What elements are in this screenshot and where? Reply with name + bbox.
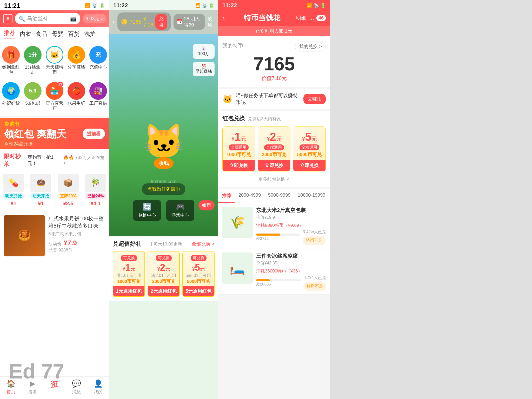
product-thumb-4[interactable]: 🎋 已抢24% ¥4.1 xyxy=(82,171,109,209)
59-icon: 5.9 xyxy=(24,82,42,100)
tab-2000[interactable]: 2000-4999 xyxy=(235,189,264,203)
factory-icon: 🏭 xyxy=(94,87,103,95)
signal-icon-3: 📶 xyxy=(307,3,312,8)
earn-cat-icon: 🐱 xyxy=(222,94,233,104)
icon-checkin[interactable]: 🎁 签到拿红包 xyxy=(0,44,22,77)
voucher-1[interactable]: 可兑换 ¥1元 满1.01元可用 1000币可兑 1元通用红包 xyxy=(113,251,145,297)
promo-btn[interactable]: 提前看 xyxy=(83,129,105,139)
nav-tab-recommend[interactable]: 推荐 xyxy=(4,29,15,38)
nav-more-icon[interactable]: ≡ xyxy=(102,31,105,37)
bottom-nav-profile[interactable]: 👤 我的 xyxy=(87,379,109,395)
voucher-2-name: 2元通用红包 xyxy=(148,286,179,296)
nav-tab-dept[interactable]: 百货 xyxy=(68,30,79,38)
nav-tab-underwear[interactable]: 内衣 xyxy=(20,30,31,38)
tab-10000[interactable]: 10000-19999 xyxy=(294,189,329,203)
product-list-img-1: 🌾 xyxy=(222,207,253,238)
time-3: 11:22 xyxy=(222,2,237,9)
p3-v3-btn[interactable]: 立即兑换 xyxy=(293,160,325,171)
status-bar-2: 11:22 📶 📡 🔋 xyxy=(109,0,218,10)
p3-v1-amount: ¥1元 xyxy=(225,130,253,143)
voucher-1-condition: 满1.01元可用 xyxy=(115,273,142,278)
product-list-cost-2: 消耗36000特币（¥36） xyxy=(256,268,326,274)
icon-official[interactable]: 🏪 13 官方直营店 xyxy=(44,80,65,114)
tab-20000[interactable]: 20000 xyxy=(329,189,330,203)
product-list-item-2[interactable]: 🛏️ 三件套冰丝席凉席 价值¥43.35 消耗36000特币（¥36） 差288… xyxy=(218,249,330,295)
search-box[interactable]: 🔍 马油丝袜 📷 xyxy=(15,13,80,24)
exchange-btn[interactable]: 兑换 xyxy=(155,14,167,30)
icon-trade[interactable]: 🌍 外贸好货 xyxy=(0,80,22,114)
icon-1fen[interactable]: 1分 1分钱拿走 xyxy=(22,44,44,77)
icon-fruit[interactable]: 🍎 水果生鲜 xyxy=(65,80,87,114)
task-btn[interactable]: 点我做任务赚币 xyxy=(142,183,185,195)
icon-59[interactable]: 5.9 5.9包邮 xyxy=(22,80,44,114)
game-center-btn[interactable]: 🎮 游戏中心 xyxy=(166,200,194,221)
cat-mascot[interactable]: 🐱 收钱 xyxy=(143,101,185,169)
product-tag-1: 明天开抢 xyxy=(3,193,24,200)
camera-icon[interactable]: 📷 xyxy=(70,16,77,22)
p3-detail-btn[interactable]: 明细 xyxy=(296,15,307,22)
coupon-badge[interactable]: 9.03元 > xyxy=(83,14,106,23)
p3-more-btn[interactable]: ... xyxy=(309,14,314,22)
product-thumb-1[interactable]: 💊 明天开抢 ¥1 xyxy=(0,171,27,209)
earn-banner: 🐱 喵~做任务或下单都可以赚特币呢 去赚币 xyxy=(218,89,330,109)
insufficient-btn-1[interactable]: 特币不足 xyxy=(303,236,325,245)
nav-tab-care[interactable]: 洗护 xyxy=(84,30,96,38)
voucher-1-name: 1元通用红包 xyxy=(113,286,144,296)
wifi-icon-3: 📡 xyxy=(314,3,319,8)
sale-price: ¥7.9 xyxy=(64,239,77,247)
icon-daily-coins[interactable]: 🐱 天天赚特币 xyxy=(44,44,65,77)
exchange-all-btn[interactable]: 全部兑换 > xyxy=(192,241,215,247)
insufficient-btn-2[interactable]: 特币不足 xyxy=(303,282,326,291)
official-icon: 🏪 xyxy=(50,87,59,95)
tab-5000[interactable]: 5000-9999 xyxy=(264,189,294,203)
earn-prompt: 喵~做任务或下单都可以赚特币呢 xyxy=(236,92,300,106)
menu-icon[interactable]: ≡ xyxy=(3,14,12,23)
p3-voucher-1[interactable]: ¥1元 全端通用 1000币可兑 立即兑换 xyxy=(222,127,255,171)
p3-voucher-row: ¥1元 全端通用 1000币可兑 立即兑换 ¥2元 全端通用 2000币可兑 立… xyxy=(222,127,326,171)
tab-recommend[interactable]: 推荐 xyxy=(218,189,235,203)
icon-factory[interactable]: 🏭 工厂直供 xyxy=(87,80,109,114)
strategy-btn[interactable]: 攻略 xyxy=(208,16,215,28)
panel-home: 11:21 📶 📡 🔋 ≡ 🔍 马油丝袜 📷 9.03元 > 推荐 内衣 食品 … xyxy=(0,0,109,399)
p2-exchange-section: 兑超值好礼 | 每天10:00更新 全部兑换 > 可兑换 ¥1元 满1.01元可… xyxy=(109,236,218,301)
p3-page-title: 特币当钱花 xyxy=(228,13,296,23)
p3-voucher-2[interactable]: ¥2元 全端通用 2000币可兑 立即兑换 xyxy=(258,127,290,171)
voucher-2[interactable]: 可兑换 ¥2元 满2.01元可用 2000币可兑 2元通用红包 xyxy=(148,251,180,297)
flash-users[interactable]: 🔥🔥 732万人正在抢 > xyxy=(63,155,105,166)
side-card-early[interactable]: ⏰ 早起赚钱 xyxy=(193,62,215,76)
signal-icon: 📶 xyxy=(85,3,90,9)
p3-voucher-3[interactable]: ¥5元 全端通用 5000币可兑 立即兑换 xyxy=(293,127,326,171)
promo-banner[interactable]: 炎购节 领红包 爽翻天 今晚24点开抢 提前看 xyxy=(0,118,109,149)
wifi-icon-2: 📡 xyxy=(202,3,207,8)
signal-icon-2: 📶 xyxy=(195,3,201,8)
collect-label: 收钱 xyxy=(154,157,174,169)
big-product[interactable]: 🥮 广式水果月饼100枚一整箱5斤中秋散装多口味 6味广式水果月饼 活动价 ¥7… xyxy=(0,211,109,260)
icon-recharge[interactable]: 充 充值中心 xyxy=(87,44,109,77)
earn-go-btn[interactable]: 去赚币 xyxy=(303,94,326,104)
product-thumb-2[interactable]: 🍩 明天开抢 ¥1 xyxy=(27,171,54,209)
exchange-header: 兑超值好礼 | 每天10:00更新 全部兑换 > xyxy=(113,240,215,248)
voucher-3[interactable]: 可兑换 ¥5元 满5.01元可用 5000币可兑 5元通用红包 xyxy=(182,251,215,297)
product-list: 🌾 东北大米2斤真空包装 价值¥19.9 消耗9890特币（¥9.89） 差27… xyxy=(218,203,330,295)
product-thumb-3[interactable]: 📦 直降30% ¥2.5 xyxy=(55,171,82,209)
bottom-nav-msg[interactable]: 💬 消息 xyxy=(65,379,87,395)
p3-back-btn[interactable]: ‹ xyxy=(222,14,225,22)
voucher-3-amount: ¥5元 xyxy=(185,262,212,273)
p3-v1-btn[interactable]: 立即兑换 xyxy=(223,160,255,171)
status-icons-1: 📶 📡 🔋 xyxy=(85,3,105,9)
p3-more-link[interactable]: 更多红包兑换 ∨ xyxy=(222,175,326,184)
game-area[interactable]: 🃏 100万 ⏰ 早起赚钱 🐱 收钱 fm1688.com 点我做任务赚币 赚币… xyxy=(109,34,218,236)
exchange-center-btn[interactable]: 🔄 兑换中心 xyxy=(133,200,161,221)
nav-tab-babycare[interactable]: 母婴 xyxy=(52,30,63,38)
p3-v2-btn[interactable]: 立即兑换 xyxy=(258,160,290,171)
icon-share[interactable]: 💰 分享赚钱 xyxy=(65,44,87,77)
already-count-2: 1724人已兑 xyxy=(303,275,326,281)
product-list-item-1[interactable]: 🌾 东北大米2斤真空包装 价值¥19.9 消耗9890特币（¥9.89） 差27… xyxy=(218,203,330,249)
side-card-million[interactable]: 🃏 100万 xyxy=(193,44,215,59)
product-price-1: ¥1 xyxy=(11,201,16,207)
p2-back-btn[interactable]: ‹ xyxy=(113,18,115,25)
my-exchange-btn[interactable]: 我的兑换 > xyxy=(295,42,326,51)
promo-subtitle: 炎购节 xyxy=(4,121,66,128)
voucher-1-cost: 1000币可兑 xyxy=(115,278,142,284)
nav-tab-food[interactable]: 食品 xyxy=(36,30,47,38)
